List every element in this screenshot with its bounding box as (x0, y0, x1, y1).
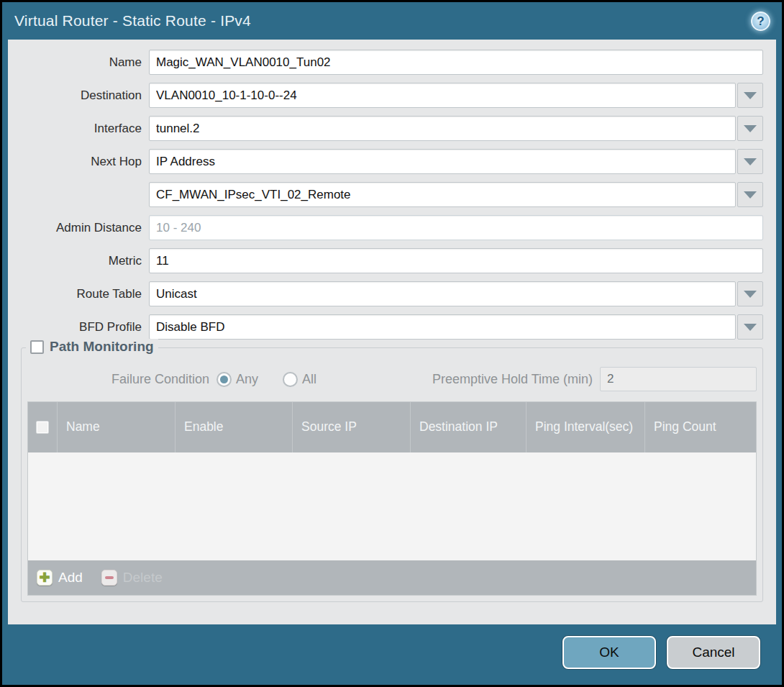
next-hop-type-input[interactable] (149, 149, 736, 174)
radio-all[interactable] (283, 372, 298, 387)
chevron-down-icon (744, 92, 757, 99)
destination-input[interactable] (149, 83, 736, 108)
name-label: Name (21, 55, 149, 70)
cancel-button[interactable]: Cancel (667, 636, 760, 669)
form-row-admin-distance: Admin Distance (21, 215, 763, 240)
route-table-label: Route Table (21, 287, 149, 301)
ok-button[interactable]: OK (562, 636, 656, 669)
add-button[interactable]: ✚ Add (37, 570, 83, 586)
next-hop-type-dropdown-button[interactable] (737, 149, 763, 174)
column-header-ping-interval: Ping Interval(sec) (526, 402, 644, 452)
column-header-ping-count: Ping Count (644, 402, 756, 452)
next-hop-label: Next Hop (21, 155, 149, 169)
chevron-down-icon (744, 158, 757, 165)
form-row-route-table: Route Table (21, 281, 763, 306)
radio-any-label: Any (236, 372, 258, 387)
path-monitoring-table: Name Enable Source IP Destination IP Pin… (27, 401, 757, 596)
bfd-profile-input[interactable] (149, 314, 736, 340)
radio-all-label: All (302, 372, 316, 387)
admin-distance-label: Admin Distance (21, 221, 149, 235)
bfd-profile-dropdown-button[interactable] (737, 314, 763, 340)
form-row-name: Name (21, 50, 763, 75)
minus-icon (101, 570, 117, 586)
metric-label: Metric (21, 254, 149, 268)
form-row-bfd-profile: BFD Profile (21, 314, 763, 340)
form-row-destination: Destination (21, 83, 763, 108)
help-icon[interactable]: ? (751, 12, 770, 31)
destination-dropdown-button[interactable] (737, 83, 763, 108)
name-input[interactable] (149, 50, 763, 75)
failure-condition-row: Failure Condition Any All Preemptive Hol… (27, 367, 757, 391)
failure-condition-all-option: All (283, 372, 316, 387)
route-table-dropdown-button[interactable] (737, 281, 763, 306)
radio-any[interactable] (216, 372, 232, 387)
dialog-body: Name Destination Interface (8, 40, 776, 624)
add-button-label: Add (58, 570, 83, 586)
column-header-enable: Enable (175, 402, 292, 452)
form-row-next-hop-address (21, 182, 763, 207)
destination-label: Destination (21, 88, 149, 103)
next-hop-address-dropdown-button[interactable] (737, 182, 763, 207)
metric-input[interactable] (149, 248, 763, 273)
column-header-source-ip: Source IP (292, 402, 410, 452)
dialog-title: Virtual Router - Static Route - IPv4 (14, 12, 251, 29)
dialog-footer: OK Cancel (2, 624, 782, 685)
table-header: Name Enable Source IP Destination IP Pin… (28, 402, 756, 452)
delete-button[interactable]: Delete (101, 570, 163, 586)
dialog-titlebar: Virtual Router - Static Route - IPv4 ? (2, 2, 782, 40)
path-monitoring-checkbox[interactable] (30, 340, 44, 354)
table-body-empty (28, 452, 756, 560)
column-header-name: Name (57, 402, 175, 452)
interface-dropdown-button[interactable] (737, 116, 763, 141)
interface-label: Interface (21, 122, 149, 136)
delete-button-label: Delete (123, 570, 163, 586)
route-table-input[interactable] (149, 281, 736, 306)
chevron-down-icon (744, 291, 757, 298)
next-hop-address-input[interactable] (149, 182, 736, 207)
form-row-next-hop: Next Hop (21, 149, 763, 174)
chevron-down-icon (744, 191, 757, 199)
path-monitoring-title: Path Monitoring (50, 339, 154, 355)
path-monitoring-section: Path Monitoring Failure Condition Any Al… (21, 347, 763, 602)
preemptive-hold-time-group: Preemptive Hold Time (min) (432, 367, 757, 391)
static-route-dialog: Virtual Router - Static Route - IPv4 ? N… (0, 0, 784, 687)
chevron-down-icon (744, 125, 757, 132)
chevron-down-icon (744, 324, 757, 331)
path-monitoring-legend: Path Monitoring (26, 339, 158, 355)
table-toolbar: ✚ Add Delete (28, 560, 756, 595)
preemptive-hold-time-label: Preemptive Hold Time (min) (432, 372, 600, 387)
failure-condition-any-option: Any (216, 372, 258, 387)
failure-condition-label: Failure Condition (27, 372, 216, 387)
plus-icon: ✚ (37, 570, 53, 586)
form-row-interface: Interface (21, 116, 763, 141)
bfd-profile-label: BFD Profile (21, 320, 149, 335)
interface-input[interactable] (149, 116, 736, 141)
form-row-metric: Metric (21, 248, 763, 273)
preemptive-hold-time-input[interactable] (600, 367, 757, 391)
select-all-checkbox[interactable] (36, 421, 49, 434)
admin-distance-input[interactable] (149, 215, 763, 240)
column-header-destination-ip: Destination IP (410, 402, 526, 452)
